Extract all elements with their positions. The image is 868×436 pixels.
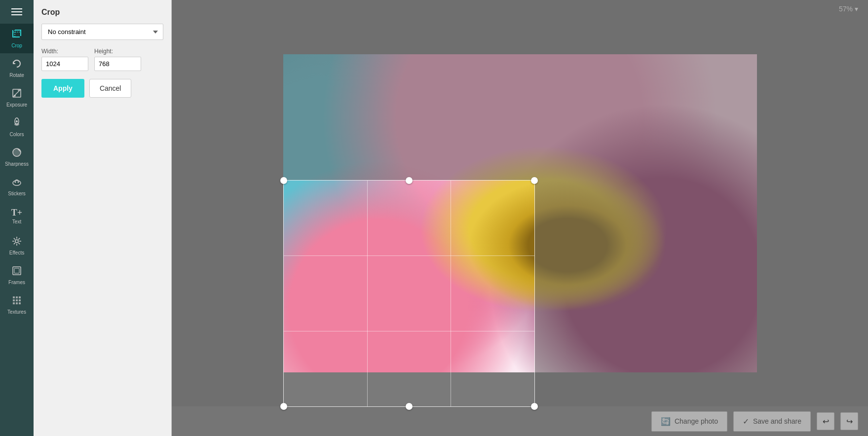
crop-handle-top-right[interactable] <box>531 177 538 184</box>
textures-icon <box>11 295 22 307</box>
sidebar-item-label-rotate: Rotate <box>9 73 24 78</box>
sidebar-item-rotate[interactable]: Rotate <box>0 53 34 83</box>
svg-rect-28 <box>19 296 21 298</box>
exposure-icon <box>11 88 22 100</box>
rotate-icon <box>11 58 22 71</box>
save-share-label: Save and share <box>753 417 801 425</box>
menu-button[interactable] <box>0 2 34 22</box>
constraint-select[interactable]: No constraint 1:1 (Square) 4:3 16:9 <box>41 24 163 40</box>
crop-panel-title: Crop <box>41 8 163 17</box>
crop-handle-bottom-right[interactable] <box>531 403 538 410</box>
sidebar-item-label-effects: Effects <box>9 250 24 255</box>
crop-handle-top-left[interactable] <box>280 177 287 184</box>
svg-point-23 <box>15 240 18 243</box>
zoom-value: 57% <box>839 5 853 13</box>
svg-point-9 <box>16 120 18 122</box>
crop-handle-top-mid[interactable] <box>406 177 413 184</box>
hamburger-icon <box>11 8 22 15</box>
svg-rect-33 <box>16 302 18 304</box>
sidebar-item-frames[interactable]: Frames <box>0 260 34 290</box>
grid-line-h1 <box>284 255 534 256</box>
svg-point-8 <box>14 123 19 126</box>
checkmark-icon: ✓ <box>743 417 749 426</box>
stickers-icon <box>11 177 22 189</box>
zoom-badge: 57% ▾ <box>839 5 858 13</box>
sidebar-item-label-textures: Textures <box>7 309 26 315</box>
undo-button[interactable]: ↩ <box>817 412 834 430</box>
svg-rect-32 <box>13 302 15 304</box>
height-input[interactable] <box>94 57 141 71</box>
height-label: Height: <box>94 48 141 55</box>
grid-line-h2 <box>284 331 534 331</box>
undo-icon: ↩ <box>823 417 829 426</box>
sharpness-icon <box>11 147 22 159</box>
sidebar-item-exposure[interactable]: Exposure <box>0 83 34 112</box>
svg-point-12 <box>13 181 21 185</box>
change-photo-button[interactable]: 🔄 Change photo <box>651 411 727 432</box>
crop-handle-bottom-left[interactable] <box>280 403 287 410</box>
svg-rect-24 <box>13 267 21 275</box>
text-icon: T+ <box>11 208 22 217</box>
sidebar-item-crop[interactable]: Crop <box>0 24 34 53</box>
crop-icon <box>11 29 22 41</box>
sidebar-item-label-text: Text <box>12 219 21 224</box>
image-container <box>283 54 757 372</box>
canvas-area: 57% ▾ <box>172 0 868 436</box>
sidebar-item-effects[interactable]: Effects <box>0 231 34 260</box>
grid-line-v1 <box>367 181 368 406</box>
sidebar-item-label-stickers: Stickers <box>8 191 26 196</box>
svg-line-19 <box>14 238 15 240</box>
crop-grid <box>284 181 534 406</box>
svg-rect-25 <box>14 268 19 273</box>
svg-rect-34 <box>19 302 21 304</box>
sidebar-item-label-exposure: Exposure <box>6 102 27 108</box>
frames-icon <box>11 265 22 278</box>
svg-line-22 <box>14 243 15 244</box>
sidebar-item-colors[interactable]: Colors <box>0 112 34 142</box>
grid-line-v2 <box>451 181 451 406</box>
sidebar-item-label-sharpness: Sharpness <box>5 161 29 167</box>
svg-point-13 <box>15 182 16 183</box>
svg-line-20 <box>18 243 20 244</box>
apply-button[interactable]: Apply <box>41 79 84 98</box>
width-input[interactable] <box>41 57 88 71</box>
action-buttons: Apply Cancel <box>41 79 163 98</box>
change-photo-icon: 🔄 <box>661 417 671 426</box>
sidebar-item-sharpness[interactable]: Sharpness <box>0 142 34 172</box>
sidebar-item-label-crop: Crop <box>11 43 22 48</box>
svg-rect-26 <box>13 296 15 298</box>
sidebar-item-text[interactable]: T+ Text <box>0 201 34 231</box>
sidebar-item-stickers[interactable]: Stickers <box>0 172 34 201</box>
width-label: Width: <box>41 48 88 55</box>
svg-rect-27 <box>16 296 18 298</box>
colors-icon <box>11 117 22 130</box>
svg-line-21 <box>18 238 20 240</box>
cancel-button[interactable]: Cancel <box>89 79 132 98</box>
sidebar-item-textures[interactable]: Textures <box>0 290 34 320</box>
bottom-bar: 🔄 Change photo ✓ Save and share ↩ ↪ <box>172 406 868 436</box>
height-group: Height: <box>94 48 141 71</box>
dimensions-row: Width: Height: <box>41 48 163 71</box>
redo-icon: ↪ <box>846 417 853 426</box>
crop-panel: Crop No constraint 1:1 (Square) 4:3 16:9… <box>34 0 172 436</box>
width-group: Width: <box>41 48 88 71</box>
redo-button[interactable]: ↪ <box>840 412 858 430</box>
sidebar: Crop Rotate Exp <box>0 0 34 436</box>
svg-rect-31 <box>19 299 21 301</box>
change-photo-label: Change photo <box>675 417 718 425</box>
crop-handle-bottom-mid[interactable] <box>406 403 413 410</box>
crop-selection[interactable] <box>283 180 535 407</box>
svg-rect-29 <box>13 299 15 301</box>
svg-point-14 <box>18 182 19 183</box>
sidebar-item-label-colors: Colors <box>10 132 24 137</box>
save-share-button[interactable]: ✓ Save and share <box>733 411 811 432</box>
zoom-chevron-icon: ▾ <box>855 5 858 13</box>
effects-icon <box>11 236 22 248</box>
svg-rect-30 <box>16 299 18 301</box>
sidebar-item-label-frames: Frames <box>8 280 25 285</box>
